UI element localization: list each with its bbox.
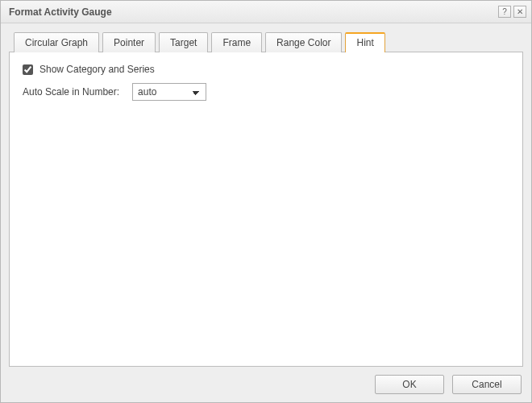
ok-button[interactable]: OK: [375, 375, 444, 394]
tab-range-color[interactable]: Range Color: [265, 32, 342, 52]
help-icon[interactable]: ?: [498, 6, 511, 18]
cancel-button[interactable]: Cancel: [452, 375, 522, 394]
tab-frame[interactable]: Frame: [211, 32, 262, 52]
dialog-footer: OK Cancel: [1, 367, 531, 402]
dialog-window: Format Activity Gauge ? ✕ Circular Graph…: [0, 0, 532, 403]
show-category-label: Show Category and Series: [39, 64, 155, 75]
tab-circular-graph[interactable]: Circular Graph: [14, 32, 99, 52]
auto-scale-row: Auto Scale in Number: auto: [23, 83, 509, 101]
window-title: Format Activity Gauge: [9, 6, 496, 18]
tab-panel-hint: Show Category and Series Auto Scale in N…: [9, 52, 523, 367]
auto-scale-select[interactable]: auto: [132, 83, 206, 101]
tab-hint[interactable]: Hint: [345, 32, 384, 52]
show-category-row: Show Category and Series: [23, 64, 509, 75]
auto-scale-label: Auto Scale in Number:: [23, 86, 119, 98]
tabstrip: Circular Graph Pointer Target Frame Rang…: [9, 31, 523, 52]
tab-pointer[interactable]: Pointer: [102, 32, 156, 52]
tab-target[interactable]: Target: [159, 32, 208, 52]
close-icon[interactable]: ✕: [513, 6, 526, 18]
titlebar: Format Activity Gauge ? ✕: [1, 1, 531, 23]
show-category-checkbox[interactable]: [23, 64, 33, 75]
dialog-body: Circular Graph Pointer Target Frame Rang…: [1, 23, 531, 367]
